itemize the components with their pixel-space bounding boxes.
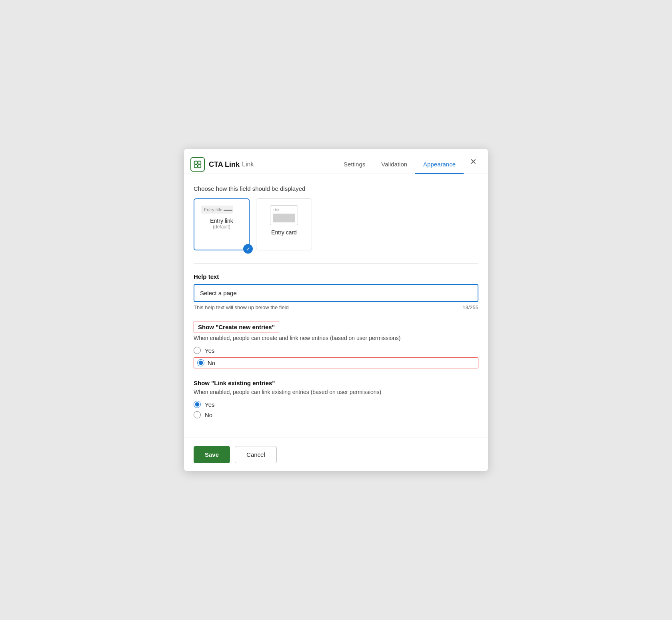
help-text-char-count: 13/255 (462, 304, 478, 310)
svg-rect-0 (194, 161, 197, 164)
link-entries-yes-label: Yes (205, 401, 214, 408)
divider-1 (194, 263, 478, 264)
help-text-label: Help text (194, 273, 478, 280)
option-entry-link[interactable]: Entry title ▬▬ Entry link (default) ✓ (194, 198, 250, 250)
save-button[interactable]: Save (194, 446, 230, 463)
link-entries-yes[interactable]: Yes (194, 401, 478, 408)
create-entries-section: Show "Create new entries" When enabled, … (194, 322, 478, 368)
header-subtitle: Link (242, 161, 254, 168)
tab-validation[interactable]: Validation (373, 156, 415, 174)
selected-check-badge: ✓ (243, 244, 253, 254)
help-text-input[interactable] (194, 284, 478, 302)
create-entries-radio-group: Yes No (194, 347, 478, 368)
cancel-button[interactable]: Cancel (235, 446, 277, 463)
help-text-hint: This help text will show up below the fi… (194, 304, 478, 310)
display-section-label: Choose how this field should be displaye… (194, 185, 478, 192)
svg-rect-2 (194, 165, 197, 168)
entry-card-preview: Title (263, 205, 305, 225)
entry-link-preview: Entry title ▬▬ (201, 206, 242, 214)
option-entry-link-default: (default) (213, 224, 230, 230)
create-entries-no-label: No (208, 360, 215, 366)
create-entries-yes-radio[interactable] (194, 347, 201, 354)
link-entries-desc: When enabled, people can link existing e… (194, 389, 478, 395)
modal-header: CTA Link Link Settings Validation Appear… (184, 149, 488, 174)
modal-container: CTA Link Link Settings Validation Appear… (184, 149, 488, 471)
tab-settings[interactable]: Settings (336, 156, 373, 174)
create-entries-yes[interactable]: Yes (194, 347, 478, 354)
header-title: CTA Link (209, 160, 240, 169)
modal-body: Choose how this field should be displaye… (184, 174, 488, 430)
help-text-hint-text: This help text will show up below the fi… (194, 304, 289, 310)
modal-footer: Save Cancel (184, 438, 488, 471)
header-tabs: Settings Validation Appearance (336, 156, 464, 174)
svg-rect-3 (198, 165, 201, 168)
option-entry-card-name: Entry card (271, 229, 297, 236)
link-entries-section: Show "Link existing entries" When enable… (194, 380, 478, 418)
option-entry-card[interactable]: Title Entry card (256, 198, 312, 250)
display-options: Entry title ▬▬ Entry link (default) ✓ Ti… (194, 198, 478, 250)
link-entries-no[interactable]: No (194, 411, 478, 418)
create-entries-yes-label: Yes (205, 347, 214, 354)
close-button[interactable]: ✕ (468, 155, 478, 168)
create-entries-no[interactable]: No (194, 357, 478, 368)
tab-appearance[interactable]: Appearance (415, 156, 464, 174)
option-entry-link-name: Entry link (210, 218, 233, 224)
link-entries-radio-group: Yes No (194, 401, 478, 418)
link-entries-title: Show "Link existing entries" (194, 380, 478, 386)
link-entries-no-label: No (205, 412, 212, 418)
link-entries-no-radio[interactable] (194, 411, 201, 418)
link-entries-yes-radio[interactable] (194, 401, 201, 408)
svg-rect-1 (198, 161, 201, 164)
create-entries-title: Show "Create new entries" (194, 322, 279, 332)
create-entries-no-radio[interactable] (197, 359, 204, 366)
logo-icon (190, 157, 205, 172)
create-entries-desc: When enabled, people can create and link… (194, 335, 478, 341)
